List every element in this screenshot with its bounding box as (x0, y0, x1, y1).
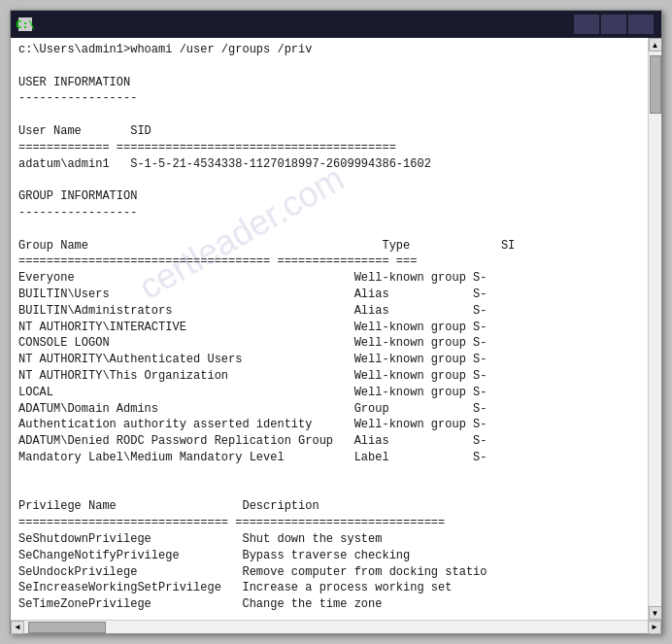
command-prompt-window: C:\ c:\Users\admin1>whoami /user /groups… (10, 10, 662, 634)
close-button[interactable] (628, 15, 654, 34)
title-bar: C:\ (11, 11, 661, 38)
terminal-wrapper: c:\Users\admin1>whoami /user /groups /pr… (11, 38, 648, 620)
scroll-up-button[interactable]: ▲ (649, 38, 662, 51)
bottom-scroll-track (24, 621, 648, 633)
scroll-thumb[interactable] (650, 55, 661, 114)
window-controls (574, 15, 654, 34)
app-icon: C:\ (18, 17, 32, 31)
title-bar-left: C:\ (18, 17, 38, 31)
vertical-scrollbar: ▲ ▼ (648, 38, 661, 620)
scroll-track (649, 51, 661, 606)
scroll-left-button[interactable]: ◄ (11, 621, 24, 634)
scroll-right-button[interactable]: ► (648, 621, 661, 634)
horizontal-scrollbar: ◄ ► (11, 620, 661, 633)
content-area: c:\Users\admin1>whoami /user /groups /pr… (11, 38, 661, 620)
maximize-button[interactable] (601, 15, 626, 34)
minimize-button[interactable] (574, 15, 599, 34)
scroll-down-button[interactable]: ▼ (649, 606, 662, 620)
terminal-output[interactable]: c:\Users\admin1>whoami /user /groups /pr… (11, 38, 648, 620)
bottom-scroll-thumb[interactable] (28, 622, 106, 633)
